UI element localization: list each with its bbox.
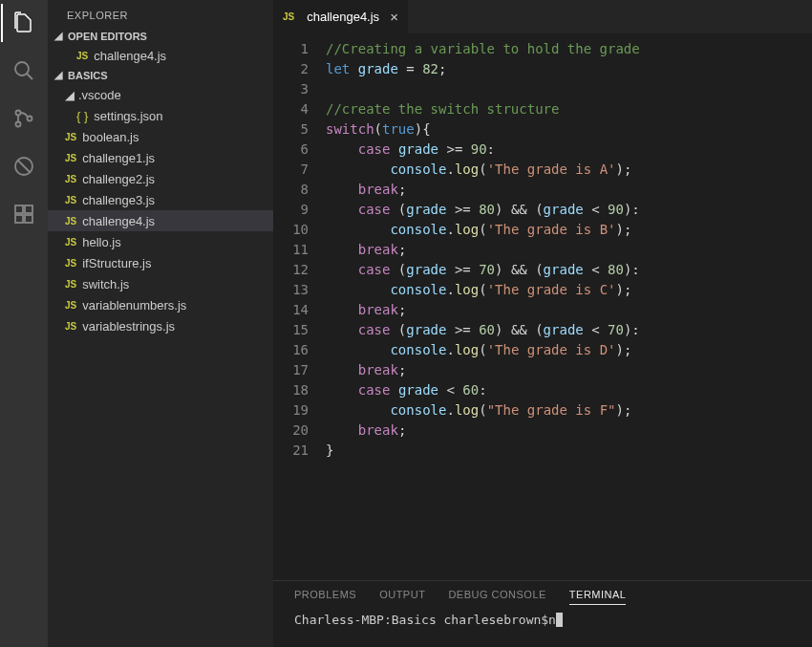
open-editor-item[interactable]: JSchallenge4.js: [48, 45, 273, 66]
file-item[interactable]: JSswitch.js: [48, 273, 273, 294]
extensions-icon[interactable]: [1, 199, 47, 229]
explorer-title: EXPLORER: [48, 0, 273, 27]
panel-tab-terminal[interactable]: TERMINAL: [569, 589, 627, 605]
open-editors-label: OPEN EDITORS: [68, 31, 147, 42]
file-label: variablestrings.js: [82, 319, 175, 334]
code-area[interactable]: //Creating a variable to hold the grade …: [326, 39, 812, 580]
line-numbers: 123456789101112131415161718192021: [273, 39, 326, 580]
js-file-icon: JS: [65, 258, 76, 269]
file-label: challenge3.js: [82, 193, 155, 207]
tab-filename: challenge4.js: [307, 10, 379, 24]
file-label: variablenumbers.js: [82, 298, 186, 313]
js-file-icon: JS: [65, 300, 76, 311]
js-file-icon: JS: [65, 174, 76, 184]
terminal-prompt: Charless-MBP:Basics charlesebrown$: [294, 613, 548, 627]
workspace-label: BASICS: [68, 70, 108, 81]
explorer-icon[interactable]: [1, 8, 47, 38]
panel-tab-problems[interactable]: PROBLEMS: [294, 589, 356, 605]
js-file-icon: JS: [65, 237, 76, 248]
file-label: ifStructure.js: [82, 256, 151, 270]
file-item[interactable]: JSchallenge4.js: [48, 210, 273, 231]
file-item[interactable]: { }settings.json: [48, 105, 273, 126]
file-label: hello.js: [82, 235, 120, 249]
svg-rect-9: [25, 215, 32, 223]
file-tree: ◢ .vscode{ }settings.jsonJSboolean.jsJSc…: [48, 84, 273, 336]
bottom-panel: PROBLEMSOUTPUTDEBUG CONSOLETERMINAL Char…: [273, 580, 812, 647]
open-editors-header[interactable]: ◢ OPEN EDITORS: [48, 27, 273, 45]
file-item[interactable]: JShello.js: [48, 231, 273, 252]
js-file-icon: JS: [65, 153, 76, 163]
source-control-icon[interactable]: [1, 103, 47, 134]
js-file-icon: JS: [76, 51, 88, 61]
file-label: boolean.js: [82, 130, 139, 144]
terminal[interactable]: Charless-MBP:Basics charlesebrown$ n: [273, 613, 812, 647]
file-label: challenge1.js: [82, 151, 155, 165]
svg-point-0: [15, 62, 29, 75]
search-icon[interactable]: [1, 55, 47, 86]
svg-line-1: [27, 74, 32, 79]
tab-challenge4[interactable]: JS challenge4.js ×: [273, 0, 408, 33]
chevron-down-icon: ◢: [52, 30, 65, 42]
chevron-down-icon: ◢: [52, 69, 65, 81]
editor[interactable]: 123456789101112131415161718192021 //Crea…: [273, 33, 812, 580]
folder-vscode[interactable]: ◢ .vscode: [48, 84, 273, 105]
file-item[interactable]: JSifStructure.js: [48, 252, 273, 273]
file-label: challenge4.js: [82, 214, 155, 228]
svg-rect-7: [15, 205, 23, 213]
file-item[interactable]: JSvariablestrings.js: [48, 315, 273, 336]
close-icon[interactable]: ×: [390, 9, 398, 25]
file-item[interactable]: JSchallenge3.js: [48, 189, 273, 210]
file-label: switch.js: [82, 277, 129, 291]
file-label: settings.json: [94, 109, 162, 123]
js-file-icon: JS: [65, 132, 76, 142]
panel-tab-debug-console[interactable]: DEBUG CONSOLE: [448, 589, 545, 605]
terminal-cursor: [556, 613, 563, 627]
js-file-icon: JS: [65, 216, 76, 226]
tab-bar: JS challenge4.js ×: [273, 0, 812, 33]
svg-point-2: [16, 111, 21, 116]
svg-rect-8: [15, 215, 23, 223]
file-item[interactable]: JSchallenge2.js: [48, 168, 273, 189]
folder-label: .vscode: [78, 88, 121, 102]
panel-tab-output[interactable]: OUTPUT: [379, 589, 425, 605]
js-file-icon: JS: [65, 321, 76, 332]
json-file-icon: { }: [76, 109, 88, 123]
svg-point-3: [16, 122, 21, 127]
file-item[interactable]: JSvariablenumbers.js: [48, 294, 273, 315]
activity-bar: [0, 0, 48, 647]
sidebar: EXPLORER ◢ OPEN EDITORS JSchallenge4.js …: [48, 0, 273, 647]
file-label: challenge4.js: [94, 49, 166, 63]
debug-icon[interactable]: [1, 151, 47, 182]
file-item[interactable]: JSboolean.js: [48, 126, 273, 147]
svg-line-6: [18, 161, 30, 172]
js-file-icon: JS: [283, 11, 294, 22]
file-item[interactable]: JSchallenge1.js: [48, 147, 273, 168]
svg-rect-10: [25, 205, 32, 213]
terminal-input: n: [548, 613, 556, 627]
workspace-header[interactable]: ◢ BASICS: [48, 66, 273, 84]
chevron-down-icon: ◢: [65, 88, 78, 102]
js-file-icon: JS: [65, 195, 76, 205]
panel-tabs: PROBLEMSOUTPUTDEBUG CONSOLETERMINAL: [273, 581, 812, 613]
svg-point-4: [28, 117, 32, 121]
js-file-icon: JS: [65, 279, 76, 290]
open-editors-list: JSchallenge4.js: [48, 45, 273, 66]
file-label: challenge2.js: [82, 172, 155, 186]
main: JS challenge4.js × 123456789101112131415…: [273, 0, 812, 647]
